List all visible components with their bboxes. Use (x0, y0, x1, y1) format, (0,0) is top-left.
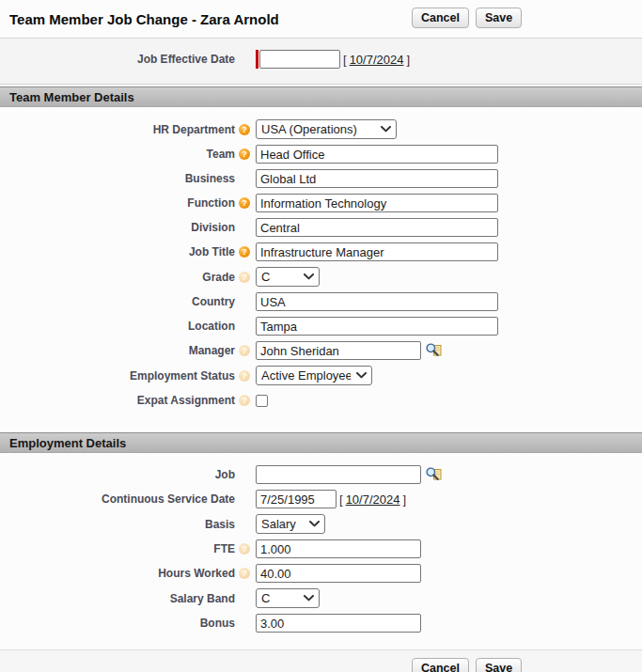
help-icon: ? (239, 395, 250, 406)
field-label-group: Expat Assignment? (0, 394, 250, 407)
page-title: Team Member Job Change - Zara Arnold (9, 11, 279, 27)
employment-status-select[interactable]: Active Employee (256, 366, 372, 385)
field-label-group: Hours Worked? (0, 567, 250, 580)
division-input[interactable] (256, 218, 498, 237)
save-button[interactable]: Save (476, 658, 522, 672)
field-label-group: Function? (0, 196, 250, 210)
job-input[interactable] (256, 465, 421, 484)
field-label: Basis (205, 518, 235, 531)
hr-department-select[interactable]: USA (Operations) (256, 119, 397, 139)
help-icon[interactable]: ? (239, 246, 250, 258)
today-date-link[interactable]: 10/7/2024 (350, 53, 404, 67)
job-lookup-button[interactable] (426, 467, 444, 482)
chevron-down-icon (309, 521, 320, 527)
page: Team Member Job Change - Zara Arnold Can… (0, 0, 642, 672)
form-row: Division (0, 218, 642, 237)
field-control (256, 242, 498, 261)
field-control: Active Employee (256, 366, 372, 385)
today-date-link[interactable]: 10/7/2024 (346, 492, 400, 507)
field-label: Team (207, 148, 235, 161)
continuous-service-date-input[interactable] (256, 490, 337, 508)
chevron-down-icon (381, 126, 391, 133)
form-row: BasisSalary (0, 514, 642, 534)
expat-assignment-checkbox[interactable] (256, 395, 268, 407)
footer-bar: Cancel Save (0, 649, 642, 672)
basis-select[interactable]: Salary (256, 514, 325, 534)
field-label-group: Country (0, 295, 250, 308)
help-icon: ? (239, 272, 250, 283)
field-label-group: Job (0, 468, 250, 481)
bottom-button-group: Cancel Save (0, 650, 642, 672)
field-control: [ 10/7/2024 ] (256, 50, 413, 69)
job-title-input[interactable] (256, 242, 498, 261)
help-icon[interactable]: ? (239, 148, 250, 160)
field-label: Hours Worked (158, 567, 235, 580)
field-label-group: Employment Status? (0, 369, 250, 383)
effective-date-strip: Job Effective Date [ 10/7/2024 ] (0, 39, 642, 85)
job-effective-date-input[interactable] (259, 50, 340, 69)
manager-input[interactable] (256, 341, 421, 360)
form-row: Manager? (0, 341, 642, 360)
field-label-group: Grade? (0, 271, 250, 284)
field-control (256, 317, 498, 336)
field-label-group: Job Title? (0, 245, 250, 258)
field-label: Location (188, 320, 235, 333)
field-control (256, 539, 421, 558)
field-label-group: Team? (0, 148, 250, 161)
field-control (256, 218, 498, 237)
field-control (256, 194, 498, 212)
cancel-button[interactable]: Cancel (412, 658, 469, 672)
country-input[interactable] (256, 292, 498, 311)
form-row: Job (0, 465, 642, 484)
field-label: Function (187, 196, 235, 210)
help-icon[interactable]: ? (239, 197, 250, 209)
fte-input[interactable] (256, 539, 421, 558)
field-label: Business (185, 172, 235, 185)
field-control: C (256, 588, 320, 608)
hours-worked-input[interactable] (256, 564, 421, 583)
section-body-employment-details: JobContinuous Service Date[10/7/2024]Bas… (0, 453, 642, 649)
required-bar (256, 50, 258, 69)
field-label-group: Business (0, 172, 250, 185)
lookup-icon (426, 467, 442, 482)
salary-band-select[interactable]: C (256, 588, 320, 608)
business-input[interactable] (256, 169, 498, 188)
grade-select[interactable]: C (256, 267, 320, 287)
field-label: Manager (189, 344, 235, 357)
cancel-button[interactable]: Cancel (412, 8, 469, 28)
field-label: Employment Status (130, 369, 235, 383)
location-input[interactable] (256, 317, 498, 336)
field-label: Division (191, 221, 235, 234)
field-control (256, 564, 421, 583)
selected-value: Salary (261, 517, 296, 531)
field-label: Continuous Service Date (102, 492, 235, 506)
field-control (256, 395, 268, 407)
bonus-input[interactable] (256, 614, 421, 633)
help-icon[interactable]: ? (239, 124, 250, 135)
bracket-close: ] (406, 53, 410, 67)
field-control (256, 145, 498, 164)
function-input[interactable] (256, 194, 498, 212)
team-input[interactable] (256, 145, 498, 164)
form-row: Business (0, 169, 642, 188)
save-button[interactable]: Save (476, 8, 522, 28)
form-row: Expat Assignment? (0, 391, 642, 410)
field-control (256, 465, 444, 484)
manager-lookup-button[interactable] (426, 343, 444, 358)
selected-value: USA (Operations) (261, 122, 357, 136)
field-label: Bonus (200, 617, 235, 630)
field-label: Job (215, 468, 235, 481)
field-control: Salary (256, 514, 325, 534)
field-control (256, 169, 498, 188)
field-control (256, 341, 444, 360)
selected-value: C (261, 270, 270, 284)
form-row: Country (0, 292, 642, 311)
chevron-down-icon (304, 595, 314, 602)
field-label-group: Basis (0, 518, 250, 531)
form-row: Job Title? (0, 242, 642, 261)
field-control: [10/7/2024] (256, 490, 409, 508)
form-row: Team? (0, 145, 642, 164)
form-row: Salary BandC (0, 588, 642, 608)
field-label: FTE (213, 542, 235, 555)
bracket-close: ] (402, 492, 406, 507)
